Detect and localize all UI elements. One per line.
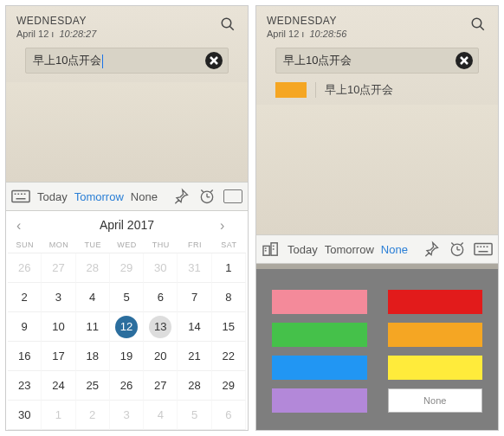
- search-icon[interactable]: [470, 16, 486, 32]
- calendar-day[interactable]: 15: [212, 312, 246, 342]
- calendar-dow: SUN: [8, 237, 42, 253]
- divider: [315, 82, 316, 98]
- calendar-day[interactable]: 20: [144, 342, 178, 371]
- calendar-day[interactable]: 28: [76, 253, 110, 283]
- color-swatch[interactable]: [388, 323, 483, 347]
- calendar-day[interactable]: 16: [8, 342, 42, 371]
- calendar-day[interactable]: 9: [8, 312, 42, 342]
- calendar-dow: TUE: [76, 237, 110, 253]
- color-swatch[interactable]: [388, 356, 483, 380]
- calendar-day[interactable]: 25: [76, 371, 110, 401]
- prev-month-button[interactable]: ‹: [16, 218, 34, 235]
- calendar-day[interactable]: 4: [76, 283, 110, 312]
- calendar-day[interactable]: 23: [8, 371, 42, 401]
- calendar-day[interactable]: 26: [8, 253, 42, 283]
- none-button[interactable]: None: [381, 243, 408, 256]
- date-text: April 12: [267, 29, 299, 39]
- color-swatch[interactable]: [272, 290, 367, 314]
- calendar-day[interactable]: 22: [212, 342, 246, 371]
- svg-rect-4: [12, 191, 29, 202]
- calendar: ‹ April 2017 › SUNMONTUEWEDTHUFRISAT 262…: [6, 211, 248, 430]
- calendar-day[interactable]: 26: [110, 371, 144, 401]
- alarm-icon[interactable]: [448, 240, 467, 259]
- date-time: April 12 ı 10:28:27: [16, 29, 237, 39]
- color-swatch[interactable]: [388, 290, 483, 314]
- calendar-day[interactable]: 19: [110, 342, 144, 371]
- calendar-day[interactable]: 3: [110, 401, 144, 430]
- color-swatch[interactable]: [272, 323, 367, 347]
- calendar-day[interactable]: 29: [110, 253, 144, 283]
- note-body-area[interactable]: [256, 105, 498, 234]
- calendar-header: ‹ April 2017 ›: [8, 213, 246, 237]
- note-body-area[interactable]: [6, 82, 248, 182]
- clear-input-button[interactable]: [456, 52, 473, 69]
- today-button[interactable]: Today: [288, 243, 318, 256]
- day-label: WEDNESDAY: [267, 15, 488, 27]
- tomorrow-button[interactable]: Tomorrow: [325, 243, 374, 256]
- svg-line-1: [229, 26, 234, 30]
- parsed-result-row[interactable]: 早上10点开会: [275, 79, 479, 101]
- note-input[interactable]: 早上10点开会: [25, 48, 229, 74]
- calendar-day[interactable]: 1: [42, 401, 75, 430]
- calendar-day[interactable]: 17: [42, 342, 75, 371]
- calendar-day[interactable]: 30: [8, 401, 42, 430]
- svg-rect-30: [475, 244, 492, 255]
- calendar-day[interactable]: 18: [76, 342, 110, 371]
- keyboard-icon[interactable]: [474, 240, 493, 259]
- toolbar: Today Tomorrow None: [256, 234, 498, 264]
- alarm-icon[interactable]: [197, 187, 216, 206]
- calendar-day[interactable]: 6: [212, 401, 246, 430]
- header-area: WEDNESDAY April 12 ı 10:28:56 早上10点开会 早上…: [256, 6, 498, 105]
- header-area: WEDNESDAY April 12 ı 10:28:27 早上10点开会: [6, 6, 248, 82]
- building-icon[interactable]: [262, 240, 281, 259]
- tomorrow-button[interactable]: Tomorrow: [74, 190, 124, 203]
- note-input[interactable]: 早上10点开会: [275, 48, 479, 74]
- calendar-day[interactable]: 2: [8, 283, 42, 312]
- svg-rect-20: [271, 243, 277, 255]
- time-text: 10:28:56: [309, 29, 346, 39]
- calendar-day[interactable]: 28: [178, 371, 211, 401]
- calendar-day[interactable]: 29: [212, 371, 246, 401]
- result-color-swatch: [275, 82, 307, 98]
- time-text: 10:28:27: [59, 29, 96, 39]
- today-button[interactable]: Today: [37, 190, 68, 203]
- calendar-day[interactable]: 24: [42, 371, 75, 401]
- calendar-day[interactable]: 3: [42, 283, 75, 312]
- calendar-day[interactable]: 13: [144, 312, 178, 342]
- pin-icon[interactable]: [171, 187, 191, 206]
- calendar-day[interactable]: 21: [178, 342, 211, 371]
- calendar-day[interactable]: 8: [212, 283, 246, 312]
- next-month-button[interactable]: ›: [220, 218, 237, 235]
- calendar-day[interactable]: 4: [144, 401, 178, 430]
- color-swatch-none[interactable]: None: [388, 388, 483, 413]
- clear-input-button[interactable]: [205, 52, 223, 69]
- phone-left: WEDNESDAY April 12 ı 10:28:27 早上10点开会 To…: [5, 5, 249, 431]
- calendar-day[interactable]: 31: [178, 253, 211, 283]
- tag-color-button[interactable]: [223, 189, 242, 203]
- keyboard-icon[interactable]: [11, 187, 30, 206]
- calendar-day[interactable]: 5: [178, 401, 211, 430]
- color-swatch[interactable]: [272, 388, 367, 413]
- calendar-day[interactable]: 10: [42, 312, 75, 342]
- calendar-day[interactable]: 1: [212, 253, 246, 283]
- calendar-day[interactable]: 14: [178, 312, 211, 342]
- search-icon[interactable]: [220, 16, 236, 32]
- calendar-day[interactable]: 30: [144, 253, 178, 283]
- date-time: April 12 ı 10:28:56: [267, 29, 488, 39]
- date-text: April 12: [16, 29, 48, 39]
- pin-icon[interactable]: [422, 240, 441, 259]
- calendar-day[interactable]: 7: [178, 283, 211, 312]
- color-swatch[interactable]: [272, 356, 367, 380]
- none-button[interactable]: None: [131, 190, 158, 203]
- calendar-day[interactable]: 5: [110, 283, 144, 312]
- calendar-day[interactable]: 2: [76, 401, 110, 430]
- calendar-day[interactable]: 12: [110, 312, 144, 342]
- phone-right: WEDNESDAY April 12 ı 10:28:56 早上10点开会 早上…: [255, 5, 499, 431]
- svg-point-15: [472, 18, 481, 28]
- svg-line-28: [451, 243, 454, 246]
- calendar-day[interactable]: 27: [42, 253, 75, 283]
- svg-line-16: [480, 26, 484, 30]
- calendar-day[interactable]: 11: [76, 312, 110, 342]
- calendar-day[interactable]: 6: [144, 283, 178, 312]
- calendar-day[interactable]: 27: [144, 371, 178, 401]
